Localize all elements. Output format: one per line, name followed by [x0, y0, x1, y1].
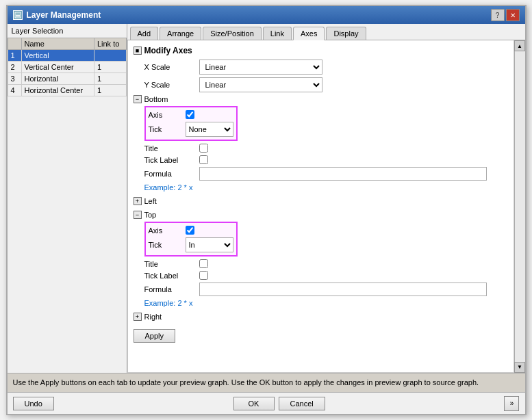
right-panel: Add Arrange Size/Position Link Axes Disp…	[127, 24, 525, 373]
svg-rect-2	[16, 15, 20, 16]
right-section: + Right	[134, 313, 508, 321]
svg-rect-3	[16, 16, 20, 17]
col-header-name	[8, 38, 21, 50]
nav-button[interactable]: »	[504, 396, 519, 411]
bottom-content: Axis Tick None In Out Both	[134, 106, 508, 181]
cancel-button[interactable]: Cancel	[279, 397, 325, 410]
bottom-tick-select[interactable]: None In Out Both	[186, 122, 233, 137]
row-num: 4	[8, 85, 21, 96]
row-link	[94, 50, 126, 62]
top-formula-input[interactable]	[199, 283, 487, 296]
scroll-up-btn[interactable]: ▲	[514, 40, 525, 51]
table-row[interactable]: 3 Horizontal 1	[8, 73, 126, 85]
bottom-title-checkbox[interactable]	[199, 144, 208, 153]
tab-size-position[interactable]: Size/Position	[203, 27, 262, 40]
left-header: + Left	[134, 197, 508, 205]
top-axis-label: Axis	[149, 226, 183, 235]
y-scale-label: Y Scale	[144, 81, 199, 89]
top-title-checkbox[interactable]	[199, 259, 208, 268]
top-content: Axis Tick None In Out Both	[134, 222, 508, 296]
top-ticklabel-row: Tick Label	[144, 271, 508, 280]
top-tick-label: Tick	[149, 241, 183, 249]
scroll-down-btn[interactable]: ▼	[514, 362, 525, 373]
left-section: + Left	[134, 197, 508, 205]
bottom-highlight-box: Axis Tick None In Out Both	[144, 106, 238, 141]
x-scale-label: X Scale	[144, 63, 199, 71]
bottom-formula-input[interactable]	[199, 167, 487, 181]
footer-left-buttons: Undo	[13, 397, 54, 410]
col-header-name2: Name	[21, 38, 94, 50]
col-header-link: Link to	[94, 38, 126, 50]
bottom-ticklabel-label: Tick Label	[144, 156, 199, 164]
titlebar-left: Layer Management	[13, 10, 101, 20]
top-tick-select[interactable]: None In Out Both	[186, 237, 233, 252]
titlebar-buttons: ? ✕	[491, 9, 520, 21]
tab-link[interactable]: Link	[263, 27, 292, 40]
top-axis-row: Axis	[149, 226, 233, 235]
top-highlight-box: Axis Tick None In Out Both	[144, 222, 238, 257]
undo-button[interactable]: Undo	[13, 397, 54, 410]
modify-axes-icon[interactable]: ■	[134, 47, 142, 55]
top-example[interactable]: Example: 2 * x	[134, 299, 508, 307]
tab-display[interactable]: Display	[326, 27, 366, 40]
main-window: Layer Management ? ✕ Layer Selection Nam…	[6, 5, 527, 415]
tab-arrange[interactable]: Arrange	[160, 27, 201, 40]
modify-axes-title: Modify Axes	[144, 46, 192, 55]
bottom-ticklabel-checkbox[interactable]	[199, 155, 208, 164]
table-row[interactable]: 1 Vertical	[8, 50, 126, 62]
bottom-header: − Bottom	[134, 95, 508, 103]
bottom-axis-checkbox[interactable]	[186, 110, 194, 119]
left-expand-icon[interactable]: +	[134, 197, 142, 205]
bottom-formula-label: Formula	[144, 170, 199, 178]
y-scale-row: Y Scale Linear Log Ln Reciprocal Probabi…	[134, 77, 508, 92]
right-expand-icon[interactable]: +	[134, 313, 142, 321]
layer-table: Name Link to 1 Vertical 2 Vertical Cente…	[8, 38, 127, 96]
top-title-label: Title	[144, 260, 199, 268]
ok-button[interactable]: OK	[233, 397, 275, 410]
window-title: Layer Management	[27, 10, 101, 20]
bottom-tick-row: Tick None In Out Both	[149, 122, 233, 137]
top-collapse-icon[interactable]: −	[134, 211, 142, 219]
scrollbar[interactable]: ▲ ▼	[514, 40, 525, 373]
bottom-axis-row: Axis	[149, 110, 233, 119]
top-tick-row: Tick None In Out Both	[149, 237, 233, 252]
status-text: Use the Apply buttons on each tab to upd…	[13, 378, 520, 388]
top-formula-row: Formula	[144, 283, 508, 296]
y-scale-select[interactable]: Linear Log Ln Reciprocal Probability Log…	[199, 77, 322, 92]
window-icon	[13, 10, 23, 20]
apply-button[interactable]: Apply	[134, 329, 176, 343]
top-axis-checkbox[interactable]	[186, 226, 194, 235]
bottom-collapse-icon[interactable]: −	[134, 95, 142, 103]
x-scale-select[interactable]: Linear Log Ln Reciprocal Probability Log…	[199, 60, 322, 75]
bottom-title-row: Title	[144, 144, 508, 153]
table-row[interactable]: 4 Horizontal Center 1	[8, 85, 126, 96]
layer-panel: Layer Selection Name Link to 1 Vertical	[8, 24, 127, 373]
top-ticklabel-label: Tick Label	[144, 272, 199, 280]
bottom-section: − Bottom Axis Tick	[134, 95, 508, 192]
bottom-tick-label: Tick	[149, 125, 183, 133]
row-link: 1	[94, 62, 126, 73]
svg-rect-1	[16, 14, 20, 14]
row-num: 1	[8, 50, 21, 62]
table-row[interactable]: 2 Vertical Center 1	[8, 62, 126, 73]
bottom-example[interactable]: Example: 2 * x	[134, 183, 508, 192]
row-num: 2	[8, 62, 21, 73]
tab-add[interactable]: Add	[130, 27, 159, 40]
tab-axes[interactable]: Axes	[293, 27, 325, 40]
row-link: 1	[94, 73, 126, 85]
tabs-bar: Add Arrange Size/Position Link Axes Disp…	[127, 24, 525, 40]
scroll-track[interactable]	[515, 51, 525, 362]
top-ticklabel-checkbox[interactable]	[199, 271, 208, 280]
close-button[interactable]: ✕	[506, 9, 520, 21]
status-bar: Use the Apply buttons on each tab to upd…	[8, 373, 525, 392]
row-name: Vertical Center	[21, 62, 94, 73]
x-scale-row: X Scale Linear Log Ln Reciprocal Probabi…	[134, 60, 508, 75]
right-label: Right	[144, 313, 162, 321]
help-button[interactable]: ?	[491, 9, 505, 21]
row-link: 1	[94, 85, 126, 96]
row-name: Horizontal	[21, 73, 94, 85]
layer-panel-title: Layer Selection	[8, 24, 127, 38]
row-name: Horizontal Center	[21, 85, 94, 96]
content-area: Layer Selection Name Link to 1 Vertical	[8, 24, 525, 373]
top-title-row: Title	[144, 259, 508, 268]
